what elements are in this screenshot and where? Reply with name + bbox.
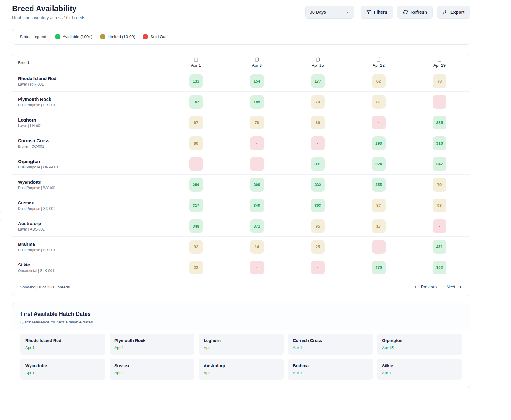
breed-meta: Layer | RIR-001 bbox=[18, 82, 166, 86]
availability-badge[interactable]: 95 bbox=[311, 219, 325, 233]
breed-name: Sussex bbox=[18, 200, 166, 205]
table-row: SussexDual Purpose | SX-0013173403638798 bbox=[12, 195, 470, 216]
hatch-breed-name: Rhode Island Red bbox=[25, 338, 100, 343]
availability-badge[interactable]: 301 bbox=[311, 157, 325, 171]
availability-badge[interactable]: 316 bbox=[433, 136, 446, 150]
refresh-button[interactable]: Refresh bbox=[397, 6, 433, 19]
availability-badge[interactable]: 78 bbox=[250, 116, 264, 129]
availability-badge[interactable]: 371 bbox=[250, 219, 264, 233]
availability-badge[interactable]: 471 bbox=[433, 240, 446, 254]
date-column-header: Apr 1 bbox=[166, 57, 226, 68]
availability-badge[interactable]: 348 bbox=[189, 219, 203, 233]
filter-icon bbox=[366, 10, 371, 15]
availability-badge[interactable]: - bbox=[311, 261, 325, 274]
availability-badge[interactable]: - bbox=[250, 261, 264, 274]
availability-badge[interactable]: - bbox=[372, 116, 386, 129]
availability-cell: 471 bbox=[409, 240, 470, 254]
page: Breed Availability Real-time inventory a… bbox=[12, 4, 470, 388]
availability-badge[interactable]: 293 bbox=[372, 136, 386, 150]
breed-meta: Dual Purpose | ORP-001 bbox=[18, 165, 166, 169]
availability-badge[interactable]: 86 bbox=[189, 136, 203, 150]
availability-cell: 162 bbox=[166, 95, 226, 109]
hatch-grid: Rhode Island RedApr 1Plymouth RockApr 1L… bbox=[12, 330, 470, 388]
availability-cell: 79 bbox=[409, 178, 470, 192]
availability-cell: 286 bbox=[166, 178, 226, 192]
availability-badge[interactable]: 98 bbox=[433, 199, 446, 212]
availability-cell: 92 bbox=[166, 240, 226, 254]
availability-cell: 301 bbox=[287, 157, 348, 171]
availability-badge[interactable]: 347 bbox=[433, 157, 446, 171]
table-row: Rhode Island RedLayer | RIR-001131154177… bbox=[12, 71, 470, 91]
availability-badge[interactable]: 340 bbox=[250, 199, 264, 212]
hatch-card: Rhode Island RedApr 1 bbox=[20, 334, 105, 355]
availability-badge[interactable]: 285 bbox=[433, 116, 446, 129]
availability-badge[interactable]: - bbox=[433, 95, 446, 109]
availability-cell: 14 bbox=[226, 240, 287, 254]
previous-button[interactable]: Previous bbox=[414, 284, 437, 289]
availability-badge[interactable]: 131 bbox=[189, 74, 203, 88]
availability-badge[interactable]: 317 bbox=[189, 199, 203, 212]
table-row: BrahmaDual Purpose | BR-001921425-471 bbox=[12, 236, 470, 257]
availability-badge[interactable]: 309 bbox=[250, 178, 264, 192]
availability-badge[interactable]: - bbox=[433, 219, 446, 233]
breed-meta: Broiler | CC-001 bbox=[18, 144, 166, 149]
availability-badge[interactable]: 79 bbox=[433, 178, 446, 192]
availability-badge[interactable]: 87 bbox=[372, 199, 386, 212]
availability-badge[interactable]: 73 bbox=[433, 74, 446, 88]
availability-badge[interactable]: - bbox=[372, 240, 386, 254]
availability-badge[interactable]: 286 bbox=[189, 178, 203, 192]
availability-table: Breed Apr 1Apr 8Apr 15Apr 22Apr 29 Rhode… bbox=[12, 54, 470, 296]
availability-badge[interactable]: 355 bbox=[372, 178, 386, 192]
hatch-breed-name: Wyandotte bbox=[25, 363, 100, 368]
refresh-label: Refresh bbox=[411, 10, 427, 15]
filters-button[interactable]: Filters bbox=[361, 6, 393, 19]
sidebar-collapse-handle[interactable] bbox=[0, 211, 2, 221]
availability-badge[interactable]: 17 bbox=[372, 219, 386, 233]
availability-cell: 25 bbox=[287, 240, 348, 254]
availability-badge[interactable]: 22 bbox=[189, 261, 203, 274]
availability-badge[interactable]: 89 bbox=[311, 116, 325, 129]
availability-badge[interactable]: 62 bbox=[372, 74, 386, 88]
chevron-left-icon bbox=[414, 285, 418, 289]
breed-name: Australorp bbox=[18, 221, 166, 226]
breed-cell: AustralorpLayer | AUS-001 bbox=[12, 221, 166, 231]
breed-meta: Dual Purpose | BR-001 bbox=[18, 248, 166, 252]
availability-badge[interactable]: 363 bbox=[311, 199, 325, 212]
table-footer: Showing 10 of 230+ breeds Previous Next bbox=[12, 278, 470, 296]
availability-badge[interactable]: 154 bbox=[250, 74, 264, 88]
availability-badge[interactable]: 70 bbox=[311, 95, 325, 109]
calendar-icon bbox=[376, 57, 381, 62]
availability-badge[interactable]: 177 bbox=[311, 74, 325, 88]
availability-badge[interactable]: 332 bbox=[311, 178, 325, 192]
availability-badge[interactable]: - bbox=[189, 157, 203, 171]
hatch-card: WyandotteApr 1 bbox=[20, 359, 105, 380]
availability-badge[interactable]: 479 bbox=[372, 261, 386, 274]
page-header: Breed Availability Real-time inventory a… bbox=[12, 4, 470, 20]
legend-swatch bbox=[143, 34, 148, 39]
range-select[interactable]: 30 Days bbox=[305, 6, 354, 19]
availability-badge[interactable]: - bbox=[250, 157, 264, 171]
availability-cell: 154 bbox=[226, 74, 287, 88]
hatch-card: SussexApr 1 bbox=[110, 359, 194, 380]
availability-cell: 81 bbox=[348, 95, 409, 109]
status-legend: Status Legend: Available (100+)Limited (… bbox=[12, 29, 470, 45]
availability-badge[interactable]: - bbox=[311, 136, 325, 150]
hatch-card: LeghornApr 1 bbox=[199, 334, 284, 355]
availability-cell: 324 bbox=[348, 157, 409, 171]
availability-badge[interactable]: 162 bbox=[189, 95, 203, 109]
next-button[interactable]: Next bbox=[446, 284, 463, 289]
availability-badge[interactable]: 324 bbox=[372, 157, 386, 171]
chevron-down-icon bbox=[345, 10, 349, 14]
availability-cell: 78 bbox=[226, 116, 287, 129]
availability-badge[interactable]: 185 bbox=[250, 95, 264, 109]
availability-badge[interactable]: 81 bbox=[372, 95, 386, 109]
breed-meta: Ornamental | SLK-001 bbox=[18, 269, 166, 273]
availability-badge[interactable]: 14 bbox=[250, 240, 264, 254]
availability-badge[interactable]: 25 bbox=[311, 240, 325, 254]
export-button[interactable]: Export bbox=[437, 6, 470, 19]
availability-badge[interactable]: 102 bbox=[433, 261, 446, 274]
availability-badge[interactable]: - bbox=[250, 136, 264, 150]
table-row: LeghornLayer | LH-001677889-285 bbox=[12, 112, 470, 133]
availability-badge[interactable]: 67 bbox=[189, 116, 203, 129]
availability-badge[interactable]: 92 bbox=[189, 240, 203, 254]
